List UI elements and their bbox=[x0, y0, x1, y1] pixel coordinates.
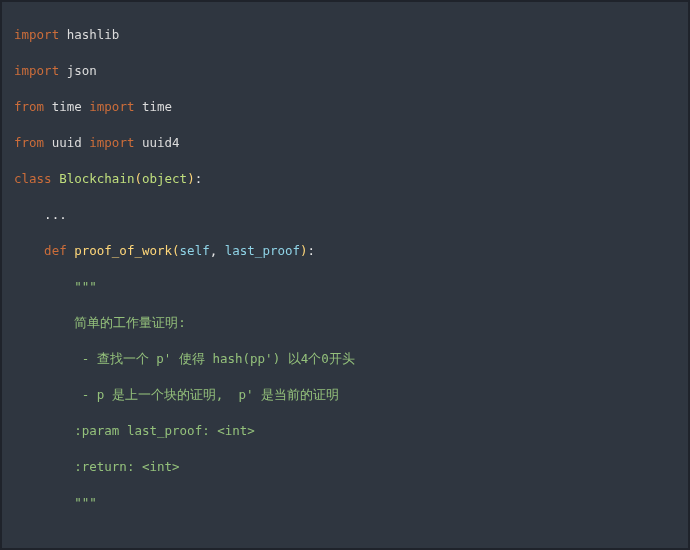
code-line: import json bbox=[14, 62, 684, 80]
docstring: """ bbox=[74, 279, 97, 294]
ident: json bbox=[67, 63, 97, 78]
docstring: """ bbox=[74, 495, 97, 510]
param: self bbox=[180, 243, 210, 258]
class-name: Blockchain bbox=[59, 171, 134, 186]
paren: ) bbox=[300, 243, 308, 258]
fn-name: proof_of_work bbox=[74, 243, 172, 258]
code-line bbox=[14, 530, 684, 548]
paren: ( bbox=[172, 243, 180, 258]
ident: uuid4 bbox=[142, 135, 180, 150]
comma: , bbox=[210, 243, 218, 258]
param: last_proof bbox=[225, 243, 300, 258]
code-line: """ bbox=[14, 494, 684, 512]
ident: time bbox=[142, 99, 172, 114]
code-line: :param last_proof: <int> bbox=[14, 422, 684, 440]
kw-import: import bbox=[89, 135, 134, 150]
paren: ( bbox=[134, 171, 142, 186]
docstring: - 查找一个 p' 使得 hash(pp') 以4个0开头 bbox=[74, 351, 355, 366]
docstring: - p 是上一个块的证明, p' 是当前的证明 bbox=[74, 387, 339, 402]
docstring: :return: <int> bbox=[74, 459, 179, 474]
colon: : bbox=[195, 171, 203, 186]
class-arg: object bbox=[142, 171, 187, 186]
code-line: class Blockchain(object): bbox=[14, 170, 684, 188]
code-line: from uuid import uuid4 bbox=[14, 134, 684, 152]
colon: : bbox=[308, 243, 316, 258]
code-line: from time import time bbox=[14, 98, 684, 116]
code-line: - 查找一个 p' 使得 hash(pp') 以4个0开头 bbox=[14, 350, 684, 368]
kw-import: import bbox=[14, 63, 59, 78]
code-line: 简单的工作量证明: bbox=[14, 314, 684, 332]
kw-class: class bbox=[14, 171, 52, 186]
code-line: :return: <int> bbox=[14, 458, 684, 476]
docstring: 简单的工作量证明: bbox=[74, 315, 186, 330]
paren: ) bbox=[187, 171, 195, 186]
code-line: ... bbox=[14, 206, 684, 224]
kw-import: import bbox=[14, 27, 59, 42]
code-editor: import hashlib import json from time imp… bbox=[0, 0, 690, 550]
kw-def: def bbox=[44, 243, 67, 258]
code-line: import hashlib bbox=[14, 26, 684, 44]
code-line: - p 是上一个块的证明, p' 是当前的证明 bbox=[14, 386, 684, 404]
kw-import: import bbox=[89, 99, 134, 114]
ident: hashlib bbox=[67, 27, 120, 42]
kw-from: from bbox=[14, 99, 44, 114]
code-line: """ bbox=[14, 278, 684, 296]
ident: time bbox=[52, 99, 82, 114]
code-line: def proof_of_work(self, last_proof): bbox=[14, 242, 684, 260]
ident: uuid bbox=[52, 135, 82, 150]
ellipsis: ... bbox=[44, 207, 67, 222]
docstring: :param last_proof: <int> bbox=[74, 423, 255, 438]
kw-from: from bbox=[14, 135, 44, 150]
